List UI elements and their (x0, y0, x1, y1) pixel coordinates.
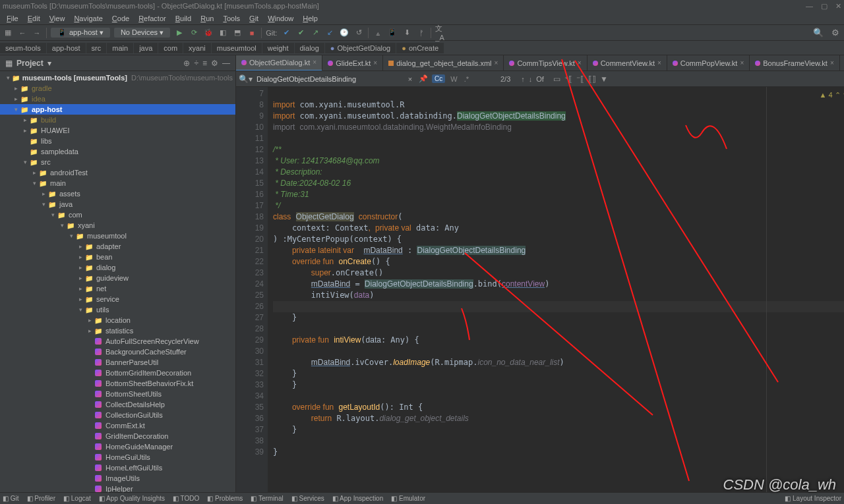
tab-6[interactable]: BonusFrameView.kt × (750, 55, 839, 71)
menu-view[interactable]: View (45, 14, 69, 22)
debug-icon[interactable]: 🐞 (203, 28, 214, 38)
match-case-toggle[interactable]: Cc (432, 74, 445, 83)
tree-item-15[interactable]: ▸📁adapter (0, 241, 235, 252)
bottom-logcat[interactable]: ◧ Logcat (63, 495, 91, 502)
tab-4[interactable]: CommentView.kt × (588, 55, 667, 71)
tree-item-3[interactable]: ▸📁build (0, 115, 235, 125)
search-icon[interactable]: 🔍 (813, 28, 824, 38)
bottom-app-quality-insights[interactable]: ◧ App Quality Insights (99, 495, 165, 502)
tree-item-5[interactable]: 📁libs (0, 136, 235, 146)
tree-item-35[interactable]: HomeGuiUtils (0, 452, 235, 462)
filter-icon[interactable]: ▼ (600, 74, 608, 84)
git-pull-icon[interactable]: ↙ (324, 28, 335, 38)
forward-icon[interactable]: → (32, 28, 42, 38)
tree-item-27[interactable]: BottomGridItemDecoration (0, 368, 235, 378)
tree-item-37[interactable]: ImageUtils (0, 473, 235, 484)
crumb-1[interactable]: app-host (47, 43, 86, 53)
crumb-11[interactable]: onCreate (396, 43, 444, 53)
tree-item-4[interactable]: ▸📁HUAWEI (0, 125, 235, 136)
crumb-6[interactable]: xyani (183, 43, 211, 53)
menu-navigate[interactable]: Navigate (70, 14, 106, 22)
tab-0[interactable]: ObjectGetDialog.kt × (236, 55, 322, 71)
tree-item-16[interactable]: ▸📁bean (0, 252, 235, 262)
tree-item-31[interactable]: CollectionGuiUtils (0, 410, 235, 420)
tab-3[interactable]: CommTipsView.kt × (504, 55, 587, 71)
project-icon[interactable]: ▦ (3, 28, 13, 38)
crumb-0[interactable]: seum-tools (0, 43, 46, 53)
tab-1[interactable]: GlideExt.kt × (322, 55, 383, 71)
tree-item-25[interactable]: BackgroundCacheStuffer (0, 347, 235, 357)
words-toggle[interactable]: W (449, 75, 458, 83)
bottom-layout-inspector[interactable]: ◧ Layout Inspector (785, 495, 841, 502)
module-selector[interactable]: 📱 app-host ▾ (51, 28, 110, 38)
menu-tools[interactable]: Tools (219, 14, 244, 22)
tree-item-0[interactable]: ▸📁gradle (0, 83, 235, 94)
git-history-icon[interactable]: 🕑 (339, 28, 349, 38)
pin-icon[interactable]: 📌 (419, 74, 428, 83)
profile-icon[interactable]: ◧ (218, 28, 228, 38)
editor-split-icon[interactable]: ▭ (553, 74, 560, 84)
menu-help[interactable]: Help (299, 14, 322, 22)
menu-build[interactable]: Build (171, 14, 195, 22)
attach-icon[interactable]: ⬒ (232, 28, 243, 38)
stop-icon[interactable]: ■ (247, 28, 257, 38)
tree-item-18[interactable]: ▸📁guideview (0, 273, 235, 283)
device-selector[interactable]: No Devices ▾ (114, 28, 170, 38)
close-icon[interactable]: ✕ (835, 2, 841, 11)
rm-icon[interactable]: ᚠ (416, 28, 427, 38)
crumb-9[interactable]: dialog (295, 43, 324, 53)
menu-file[interactable]: File (3, 14, 22, 22)
tree-item-34[interactable]: HomeGuideManager (0, 441, 235, 452)
select-all-occurrences-icon[interactable]: ⟦⟧ (588, 74, 596, 84)
tree-item-24[interactable]: AutoFullScreenRecyclerView (0, 336, 235, 347)
tree-item-28[interactable]: BottomSheetBehaviorFix.kt (0, 378, 235, 389)
sync-icon[interactable]: ⟁ (373, 28, 383, 38)
tree-item-10[interactable]: ▸📁assets (0, 188, 235, 199)
bottom-git[interactable]: ◧ Git (3, 495, 19, 502)
tree-item-30[interactable]: CollectDetailsHelp (0, 399, 235, 410)
regex-toggle[interactable]: .* (463, 75, 470, 83)
tree-item-7[interactable]: ▾📁src (0, 157, 235, 167)
next-match-icon[interactable]: ↓ (529, 75, 533, 83)
tree-item-17[interactable]: ▸📁dialog (0, 262, 235, 273)
inspection-badge[interactable]: ▲ 4 ⌃ ∨ (820, 90, 844, 101)
crumb-8[interactable]: weight (262, 43, 294, 53)
project-tree[interactable]: ▾📁museum-tools [museumTools]D:\museumToo… (0, 71, 235, 492)
tree-item-38[interactable]: IpHelper (0, 484, 235, 492)
tree-root[interactable]: ▾📁museum-tools [museumTools]D:\museumToo… (0, 72, 235, 83)
git-update-icon[interactable]: ✔ (281, 28, 291, 38)
tree-item-14[interactable]: ▾📁museumtool (0, 231, 235, 241)
tab-2[interactable]: dialog_get_object_details.xml × (383, 55, 504, 71)
hide-icon[interactable]: — (222, 59, 230, 68)
bottom-terminal[interactable]: ◧ Terminal (251, 495, 283, 502)
scroll-from-icon[interactable]: ⊕ (183, 59, 190, 68)
tree-item-26[interactable]: BannerParseUtil (0, 357, 235, 368)
add-selection-icon[interactable]: ⁺⟦ (564, 74, 572, 84)
tab-5[interactable]: CommPopView.kt × (667, 55, 750, 71)
crumb-2[interactable]: src (86, 43, 107, 53)
prev-match-icon[interactable]: ↑ (521, 75, 525, 83)
crumb-5[interactable]: com (158, 43, 183, 53)
tree-item-21[interactable]: ▾📁utils (0, 304, 235, 315)
bottom-services[interactable]: ◧ Services (291, 495, 324, 502)
dropdown-icon[interactable]: ▾ (47, 59, 51, 68)
git-commit-icon[interactable]: ✔ (295, 28, 306, 38)
clear-icon[interactable]: × (406, 75, 415, 83)
menu-window[interactable]: Window (264, 14, 297, 22)
menu-run[interactable]: Run (196, 14, 218, 22)
find-input[interactable] (256, 75, 402, 83)
git-push-icon[interactable]: ↗ (310, 28, 320, 38)
tree-item-20[interactable]: ▸📁service (0, 294, 235, 304)
tree-item-19[interactable]: ▸📁net (0, 283, 235, 294)
tree-item-13[interactable]: ▾📁xyani (0, 220, 235, 231)
tree-item-8[interactable]: ▸📁androidTest (0, 167, 235, 178)
menu-refactor[interactable]: Refactor (135, 14, 170, 22)
translate-icon[interactable]: 文_A (435, 28, 446, 38)
crumb-4[interactable]: java (134, 43, 158, 53)
tree-item-32[interactable]: CommExt.kt (0, 420, 235, 431)
tree-item-36[interactable]: HomeLeftGuiUtils (0, 462, 235, 473)
bottom-profiler[interactable]: ◧ Profiler (27, 495, 55, 502)
tree-item-33[interactable]: GridItemDecoration (0, 431, 235, 441)
tree-item-23[interactable]: ▸📁statistics (0, 325, 235, 336)
collapse-icon[interactable]: ÷ (194, 59, 198, 68)
